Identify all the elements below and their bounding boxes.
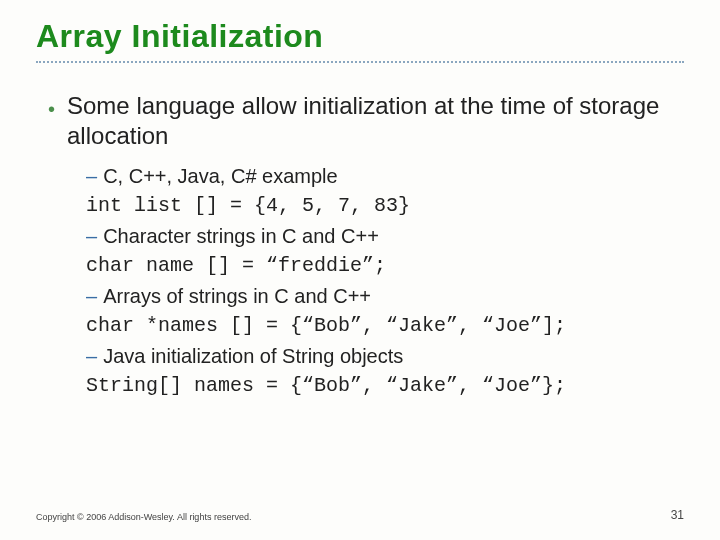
dash-icon: – bbox=[86, 345, 97, 367]
code-line: int list [] = {4, 5, 7, 83} bbox=[86, 191, 684, 221]
page-number: 31 bbox=[671, 508, 684, 522]
sub-item: –C, C++, Java, C# example bbox=[86, 161, 684, 191]
sub-item: –Arrays of strings in C and C++ bbox=[86, 281, 684, 311]
code-line: char *names [] = {“Bob”, “Jake”, “Joe”]; bbox=[86, 311, 684, 341]
sub-item: –Character strings in C and C++ bbox=[86, 221, 684, 251]
sub-item: –Java initialization of String objects bbox=[86, 341, 684, 371]
code-line: String[] names = {“Bob”, “Jake”, “Joe”}; bbox=[86, 371, 684, 401]
sub-text: Arrays of strings in C and C++ bbox=[103, 285, 371, 307]
sub-text: Character strings in C and C++ bbox=[103, 225, 379, 247]
divider bbox=[36, 61, 684, 63]
code-line: char name [] = “freddie”; bbox=[86, 251, 684, 281]
dash-icon: – bbox=[86, 225, 97, 247]
sub-list: –C, C++, Java, C# example int list [] = … bbox=[86, 161, 684, 401]
copyright-footer: Copyright © 2006 Addison-Wesley. All rig… bbox=[36, 512, 251, 522]
dash-icon: – bbox=[86, 285, 97, 307]
bullet-level-1: • Some language allow initialization at … bbox=[48, 91, 684, 151]
slide: Array Initialization • Some language all… bbox=[0, 0, 720, 540]
bullet-text: Some language allow initialization at th… bbox=[67, 91, 684, 151]
dash-icon: – bbox=[86, 165, 97, 187]
sub-text: Java initialization of String objects bbox=[103, 345, 403, 367]
slide-title: Array Initialization bbox=[36, 18, 684, 55]
bullet-dot-icon: • bbox=[48, 97, 55, 122]
sub-text: C, C++, Java, C# example bbox=[103, 165, 338, 187]
